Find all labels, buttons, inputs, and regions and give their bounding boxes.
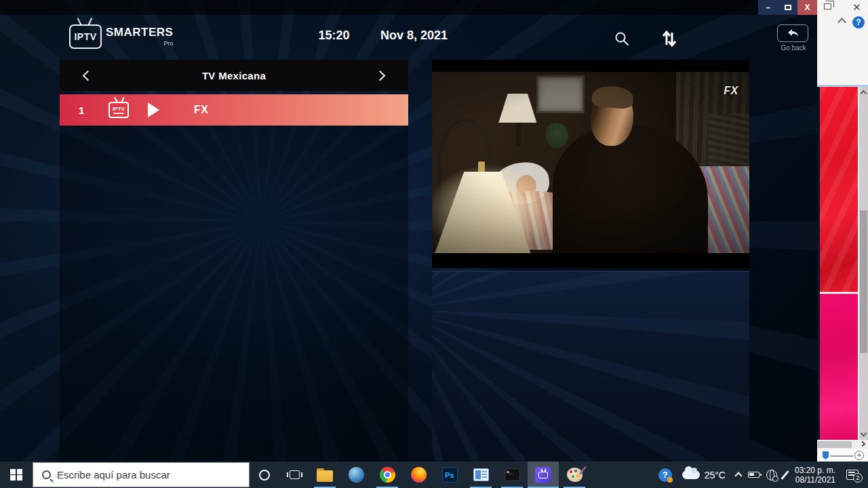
channel-logo-icon: IPTV xyxy=(108,102,129,118)
battery-icon xyxy=(748,472,760,478)
window-controls: – X xyxy=(758,0,817,15)
taskbar: Ps >_ ? xyxy=(0,462,868,488)
tray-overflow[interactable] xyxy=(732,462,745,488)
help-icon: ? xyxy=(658,468,672,482)
terminal-icon: >_ xyxy=(505,468,520,481)
file-explorer-icon xyxy=(317,470,333,482)
maximize-button[interactable] xyxy=(778,0,797,15)
weather-cloud-icon xyxy=(682,470,700,479)
taskbar-photoshop[interactable]: Ps xyxy=(434,462,465,488)
taskbar-apps: Ps >_ xyxy=(309,462,590,488)
go-back-label: Go back xyxy=(777,44,810,52)
tray-weather[interactable]: 25°C xyxy=(675,462,732,488)
scroll-up-icon[interactable] xyxy=(861,90,867,97)
desktop-screen: – X IPTV SMARTERS Pro 15:20 Nov 8, 2021 xyxy=(0,0,868,488)
category-title: TV Mexicana xyxy=(202,70,266,81)
taskbar-search-icon xyxy=(42,470,51,479)
horizontal-scrollbar[interactable] xyxy=(817,440,868,449)
tray-battery[interactable] xyxy=(745,462,763,488)
tray-help[interactable]: ? xyxy=(655,462,675,488)
minimize-button[interactable]: – xyxy=(758,0,778,15)
sort-icon[interactable] xyxy=(659,29,679,49)
next-category-icon[interactable] xyxy=(375,70,386,81)
bgwin-close-icon[interactable]: ✕ xyxy=(852,1,861,14)
taskbar-iptv-smarters[interactable] xyxy=(528,462,559,488)
search-icon[interactable] xyxy=(612,29,632,49)
tv-logo-icon: IPTV xyxy=(69,24,102,49)
cortana-icon xyxy=(259,470,270,481)
zoom-slider[interactable] xyxy=(823,451,829,459)
bgwin-red-image xyxy=(820,87,858,293)
go-back-button[interactable] xyxy=(777,24,808,42)
taskbar-paint[interactable] xyxy=(559,462,590,488)
back-arrow-icon xyxy=(786,29,800,38)
fx-watermark: FX xyxy=(724,85,738,97)
app-clock-date: Nov 8, 2021 xyxy=(372,29,456,43)
channel-list-area xyxy=(60,126,408,462)
scroll-down-icon[interactable] xyxy=(861,430,867,437)
background-window[interactable]: ✕ ? + xyxy=(817,0,868,462)
tray-clock[interactable]: 03:20 p. m. 08/11/2021 xyxy=(789,466,841,485)
bgwin-pink-image xyxy=(820,294,858,445)
photoshop-icon: Ps xyxy=(442,467,458,483)
chevron-up-icon xyxy=(734,472,742,479)
taskbar-chrome[interactable] xyxy=(372,462,403,488)
chrome-icon xyxy=(380,467,395,483)
bgwin-restore-icon[interactable] xyxy=(824,3,831,10)
media-app-icon xyxy=(473,468,489,481)
bgwin-collapse-icon[interactable] xyxy=(837,18,846,26)
firefox-icon xyxy=(411,467,427,483)
close-button[interactable]: X xyxy=(797,0,817,15)
taskbar-terminal[interactable]: >_ xyxy=(496,462,528,488)
scroll-right-icon[interactable] xyxy=(860,441,865,447)
taskbar-search-input[interactable] xyxy=(57,469,226,481)
notification-icon: 2 xyxy=(846,470,859,480)
scrollbar-thumb[interactable] xyxy=(860,210,867,353)
epg-panel xyxy=(432,271,749,462)
iptv-smarters-icon xyxy=(535,467,551,483)
blue-sphere-icon xyxy=(349,467,364,483)
system-tray: ? 25°C 03:20 p. m. 08/11/2021 xyxy=(655,462,868,488)
category-header: TV Mexicana xyxy=(60,60,408,91)
network-globe-icon xyxy=(766,470,777,481)
channel-logo-text: IPTV xyxy=(113,107,125,112)
taskbar-winbox[interactable] xyxy=(340,462,372,488)
channel-number: 1 xyxy=(79,105,92,116)
pen-icon xyxy=(781,470,789,479)
zoom-in-icon[interactable]: + xyxy=(854,451,864,460)
tray-date: 08/11/2021 xyxy=(795,475,835,485)
iptv-smarters-window: – X IPTV SMARTERS Pro 15:20 Nov 8, 2021 xyxy=(0,0,817,462)
taskbar-media-app[interactable] xyxy=(465,462,496,488)
vertical-scrollbar[interactable] xyxy=(859,87,868,440)
video-frame: FX xyxy=(432,72,749,253)
app-logo: IPTV SMARTERS Pro xyxy=(69,18,173,49)
bgwin-help-icon[interactable]: ? xyxy=(852,16,865,29)
app-clock-time: 15:20 xyxy=(298,29,370,43)
windows-logo-icon xyxy=(10,469,22,481)
paint-icon xyxy=(567,468,583,482)
tray-network[interactable] xyxy=(763,462,781,488)
tray-pen[interactable] xyxy=(781,462,789,488)
bgwin-statusbar: + xyxy=(817,449,868,462)
logo-pro-text: Pro xyxy=(163,40,173,47)
play-icon xyxy=(148,102,159,117)
prev-category-icon[interactable] xyxy=(83,70,94,81)
video-player[interactable]: FX xyxy=(432,60,749,268)
task-view-icon xyxy=(290,470,300,479)
cortana-button[interactable] xyxy=(250,462,279,488)
tray-time: 03:20 p. m. xyxy=(795,466,835,475)
notification-badge: 2 xyxy=(853,473,863,483)
channel-row[interactable]: 1 IPTV FX xyxy=(60,94,408,126)
task-view-button[interactable] xyxy=(279,462,309,488)
taskbar-firefox[interactable] xyxy=(403,462,434,488)
logo-iptv-text: IPTV xyxy=(74,31,96,42)
tray-notifications[interactable]: 2 xyxy=(841,462,868,488)
go-back-control: Go back xyxy=(777,24,810,52)
start-button[interactable] xyxy=(0,462,33,488)
restore-icon xyxy=(785,5,791,10)
tray-temperature: 25°C xyxy=(705,470,726,481)
app-titlebar[interactable] xyxy=(0,0,817,15)
channel-name: FX xyxy=(194,104,208,116)
taskbar-file-explorer[interactable] xyxy=(309,462,340,488)
taskbar-search-box[interactable] xyxy=(33,462,250,487)
